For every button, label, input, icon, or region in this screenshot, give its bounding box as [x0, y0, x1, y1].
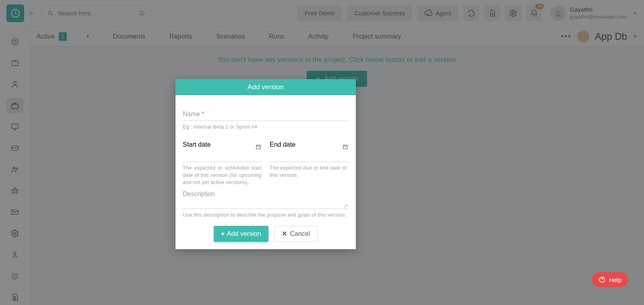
start-date-input[interactable] — [183, 148, 262, 162]
name-field: Name* — [183, 107, 349, 121]
help-icon — [599, 276, 606, 283]
end-date-hint: The expected due or end date of this ver… — [270, 164, 349, 179]
modal-submit-label: Add version — [227, 230, 261, 237]
name-input[interactable] — [183, 107, 349, 121]
add-version-modal: Add version Name* Eg : Internal Beta 2 o… — [175, 79, 356, 249]
modal-body: Name* Eg : Internal Beta 2 or Sprint #4 … — [175, 95, 356, 249]
calendar-icon[interactable] — [342, 143, 349, 151]
modal-title: Add version — [175, 79, 356, 95]
modal-cancel-button[interactable]: ✕ Cancel — [274, 226, 318, 242]
close-icon: ✕ — [282, 230, 287, 237]
start-date-field: Start date The expected or scheduled sta… — [183, 141, 262, 186]
end-date-field: End date The expected due or end date of… — [270, 141, 349, 186]
svg-rect-21 — [256, 145, 261, 149]
modal-cancel-label: Cancel — [290, 230, 310, 237]
start-date-label: Start date — [183, 141, 211, 148]
description-field: Description — [183, 190, 349, 209]
plus-icon: + — [221, 230, 225, 237]
start-date-hint: The expected or scheduled start date of … — [183, 164, 262, 186]
calendar-icon[interactable] — [255, 143, 262, 151]
description-hint: Use this description to describe the pur… — [183, 211, 349, 219]
help-label: Help — [609, 276, 621, 283]
modal-actions: + Add version ✕ Cancel — [183, 226, 349, 242]
dates-row: Start date The expected or scheduled sta… — [183, 141, 349, 186]
modal-submit-button[interactable]: + Add version — [214, 226, 268, 242]
resize-handle-icon[interactable] — [344, 204, 348, 208]
description-label: Description — [183, 190, 215, 197]
name-hint: Eg : Internal Beta 2 or Sprint #4 — [183, 123, 349, 131]
svg-rect-22 — [343, 145, 348, 149]
description-input[interactable] — [183, 198, 349, 209]
help-fab[interactable]: Help — [592, 272, 628, 287]
end-date-input[interactable] — [270, 148, 349, 162]
end-date-label: End date — [270, 141, 295, 148]
